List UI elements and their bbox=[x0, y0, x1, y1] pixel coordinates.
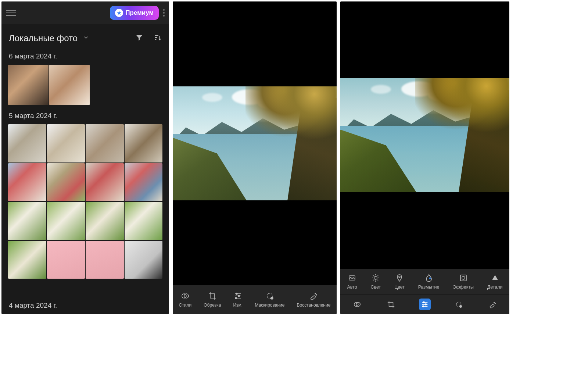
svg-point-27 bbox=[429, 278, 431, 279]
svg-point-17 bbox=[374, 276, 377, 279]
thumbnail[interactable] bbox=[8, 65, 49, 105]
svg-point-37 bbox=[423, 306, 424, 307]
tab-label: Авто bbox=[347, 285, 357, 290]
tool-masking[interactable]: Маскирование bbox=[255, 292, 284, 308]
tool-label: Восстановление bbox=[297, 303, 331, 308]
filter-icon[interactable] bbox=[135, 33, 143, 43]
svg-line-23 bbox=[377, 280, 378, 281]
thumbnail[interactable] bbox=[86, 202, 124, 240]
tab-label: Свет bbox=[370, 285, 381, 290]
thumbnail[interactable] bbox=[8, 241, 46, 279]
thumbnail-grid bbox=[8, 65, 162, 105]
tool-healing[interactable]: Восстановление bbox=[297, 292, 331, 308]
svg-rect-40 bbox=[490, 304, 494, 308]
gallery-scroll[interactable]: 6 марта 2024 г. 5 марта 2024 г. bbox=[1, 50, 169, 299]
premium-label: Премиум bbox=[125, 9, 154, 17]
subtool-masking[interactable] bbox=[453, 299, 465, 310]
thumbnail[interactable] bbox=[8, 202, 46, 240]
thumbnail[interactable] bbox=[47, 163, 85, 201]
editor-canvas[interactable] bbox=[340, 1, 509, 269]
tab-auto[interactable]: Авто bbox=[347, 274, 357, 290]
svg-point-41 bbox=[494, 302, 495, 303]
svg-point-26 bbox=[399, 276, 400, 278]
editor-panel: Стили Обрезка Изм. Маскирование Восстано… bbox=[173, 1, 337, 314]
preview-image bbox=[173, 86, 337, 200]
overflow-menu-icon[interactable] bbox=[163, 9, 165, 17]
adjust-tabs: Авто Свет Цвет Размытие Эффекты Детали bbox=[340, 269, 509, 294]
thumbnail[interactable] bbox=[47, 202, 85, 240]
editor-sub-toolbar bbox=[340, 294, 509, 314]
svg-point-9 bbox=[238, 295, 240, 297]
premium-button[interactable]: ★ Премиум bbox=[110, 6, 159, 20]
svg-point-42 bbox=[495, 303, 495, 304]
svg-line-25 bbox=[373, 280, 374, 281]
svg-point-8 bbox=[236, 293, 237, 294]
editor-panel-adjust: Авто Свет Цвет Размытие Эффекты Детали bbox=[340, 1, 509, 314]
thumbnail[interactable] bbox=[86, 241, 124, 279]
thumbnail[interactable] bbox=[125, 163, 163, 201]
svg-line-24 bbox=[377, 275, 378, 276]
thumbnail-grid bbox=[8, 124, 162, 279]
thumbnail[interactable] bbox=[125, 124, 163, 162]
svg-point-12 bbox=[271, 297, 273, 299]
tab-label: Эффекты bbox=[453, 285, 474, 290]
gallery-header: Локальные фото bbox=[1, 24, 169, 50]
svg-point-35 bbox=[423, 301, 424, 303]
date-header: 4 марта 2024 г. bbox=[1, 299, 169, 314]
tool-label: Стили bbox=[179, 303, 192, 308]
tab-effects[interactable]: Эффекты bbox=[453, 274, 474, 290]
thumbnail[interactable] bbox=[125, 202, 163, 240]
svg-point-39 bbox=[460, 305, 462, 307]
svg-point-29 bbox=[462, 276, 465, 279]
gallery-top-bar: ★ Премиум bbox=[1, 1, 169, 24]
top-bar-actions: ★ Премиум bbox=[110, 6, 165, 20]
sort-icon[interactable] bbox=[154, 33, 162, 43]
thumbnail[interactable] bbox=[86, 124, 124, 162]
svg-line-22 bbox=[373, 275, 374, 276]
subtool-styles[interactable] bbox=[351, 299, 363, 310]
svg-rect-13 bbox=[311, 295, 316, 300]
tool-styles[interactable]: Стили bbox=[179, 292, 192, 308]
menu-icon[interactable] bbox=[6, 8, 16, 18]
album-selector[interactable]: Локальные фото bbox=[9, 33, 89, 43]
album-title: Локальные фото bbox=[9, 33, 78, 43]
thumbnail[interactable] bbox=[47, 241, 85, 279]
star-icon: ★ bbox=[115, 9, 123, 17]
svg-rect-28 bbox=[460, 275, 466, 281]
thumbnail[interactable] bbox=[8, 124, 46, 162]
svg-point-15 bbox=[316, 294, 317, 295]
editor-toolbar: Стили Обрезка Изм. Маскирование Восстано… bbox=[173, 285, 337, 314]
subtool-crop[interactable] bbox=[385, 299, 397, 310]
editor-canvas[interactable] bbox=[173, 1, 337, 285]
tab-blur[interactable]: Размытие bbox=[418, 274, 440, 290]
date-header: 5 марта 2024 г. bbox=[9, 112, 162, 120]
tool-label: Обрезка bbox=[204, 303, 221, 308]
thumbnail[interactable] bbox=[49, 65, 90, 105]
svg-point-14 bbox=[315, 293, 316, 294]
chevron-down-icon bbox=[83, 34, 89, 42]
thumbnail[interactable] bbox=[47, 124, 85, 162]
date-header: 6 марта 2024 г. bbox=[9, 52, 162, 60]
thumbnail[interactable] bbox=[8, 163, 46, 201]
tab-color[interactable]: Цвет bbox=[394, 274, 405, 290]
thumbnail[interactable] bbox=[125, 241, 163, 279]
tool-label: Маскирование bbox=[255, 303, 284, 308]
tool-crop[interactable]: Обрезка bbox=[204, 292, 221, 308]
tab-label: Детали bbox=[487, 285, 503, 290]
tab-label: Размытие bbox=[418, 285, 440, 290]
preview-image bbox=[340, 78, 509, 192]
subtool-healing[interactable] bbox=[487, 299, 498, 310]
tab-light[interactable]: Свет bbox=[370, 274, 381, 290]
gallery-panel: ★ Премиум Локальные фото bbox=[1, 1, 169, 314]
thumbnail[interactable] bbox=[86, 163, 124, 201]
gallery-header-tools bbox=[135, 33, 162, 43]
tool-adjust[interactable]: Изм. bbox=[233, 292, 243, 308]
subtool-adjust[interactable] bbox=[419, 299, 431, 310]
tool-label: Изм. bbox=[233, 303, 243, 308]
svg-point-10 bbox=[235, 297, 237, 299]
svg-point-36 bbox=[425, 304, 427, 305]
tab-detail[interactable]: Детали bbox=[487, 274, 503, 290]
tab-label: Цвет bbox=[394, 285, 405, 290]
